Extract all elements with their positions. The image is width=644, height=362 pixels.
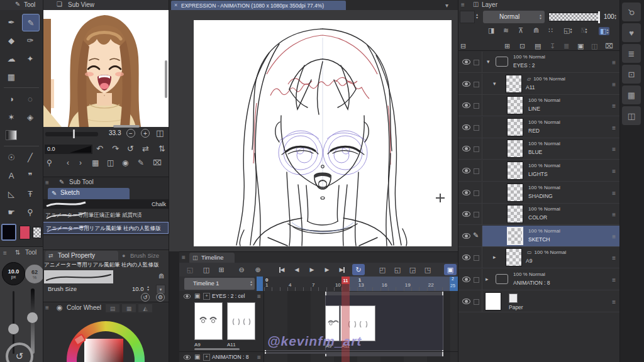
layer-thumbnail[interactable] (507, 96, 523, 114)
layer-checkbox[interactable] (474, 212, 479, 217)
layer-checkbox[interactable] (474, 146, 479, 152)
layer-visible-icon[interactable] (462, 168, 470, 173)
decoration-tool[interactable]: ✦ (22, 50, 38, 67)
new-layer-icon[interactable]: ⊞ (504, 40, 510, 51)
prev-frame-button[interactable]: ◀ (291, 264, 303, 275)
new-timeline-icon[interactable]: ◫ (200, 264, 213, 275)
layer-color-icon[interactable]: ◧▴▾ (599, 27, 609, 35)
timeline-ruler[interactable]: Timeline 1 ▴▾ 011471013161922 2 25 (179, 277, 458, 291)
layer-menu-icon[interactable]: ≡ (612, 211, 616, 218)
new-layer-settings-icon[interactable]: ⊡ (519, 40, 525, 51)
loop-play-button[interactable]: ↻ (352, 264, 365, 275)
lock-icon[interactable]: ⋒ (158, 273, 164, 280)
main-color-swatch[interactable] (1, 224, 16, 241)
layer-visible-icon[interactable] (462, 255, 470, 260)
layer-row[interactable]: 100 % NormalCOLOR≡ (458, 204, 619, 225)
thumb-cel-a9[interactable] (194, 302, 223, 340)
draft-layer-icon[interactable]: ⊼ (518, 27, 523, 34)
opacity-value[interactable]: 100 (604, 13, 614, 20)
subview-zoom-handle[interactable] (73, 129, 75, 138)
track1-menu-icon[interactable]: ≡ (257, 293, 261, 300)
opacity-badge[interactable]: 62 % (25, 265, 44, 283)
layer-visible-icon[interactable] (462, 190, 470, 195)
layer-thumbnail[interactable] (507, 205, 523, 223)
rotate-right-icon[interactable]: ↷ (112, 144, 119, 153)
rotate-left-icon[interactable]: ↶ (96, 144, 103, 153)
layer-thumbnail[interactable] (506, 75, 522, 93)
reset-icon[interactable]: ↺ (141, 293, 150, 302)
reset-rotation-icon[interactable]: ↺ (127, 144, 134, 153)
layer-visible-icon[interactable] (462, 211, 470, 217)
eraser-tool[interactable]: ◆ (3, 32, 19, 48)
subview-vscrollbar[interactable] (165, 60, 167, 98)
subview-hscrollbar[interactable] (113, 125, 140, 128)
delete-layer-icon[interactable]: ⌧ (605, 40, 613, 51)
tab-brush-size[interactable]: ● Brush Size (121, 251, 167, 261)
layer-menu-icon[interactable]: ≡ (612, 81, 616, 88)
timeline-selector[interactable]: Timeline 1 ▴▾ (184, 278, 255, 290)
prev-image-icon[interactable]: ‹ (67, 158, 69, 167)
ruler-show-icon[interactable]: ⍂▴▾ (581, 27, 587, 34)
layer-thumbnail[interactable] (507, 140, 523, 158)
zoom-in-icon[interactable]: ⊕ (252, 264, 264, 275)
subtool-group-tab[interactable]: ✎ Sketch (48, 188, 130, 199)
layer-menu-icon[interactable]: ≡ (612, 277, 616, 283)
opacity-slider-handle[interactable] (27, 312, 38, 323)
layer-row[interactable]: 100 % NormalBLUE≡ (458, 138, 619, 160)
next-image-icon[interactable]: › (79, 158, 82, 167)
timeline-end-marker[interactable]: 2 25 (450, 277, 458, 291)
operation-tool[interactable]: ☉ (3, 149, 19, 165)
list-view-icon[interactable]: ⊟ (460, 40, 466, 51)
play-button[interactable]: ▶ (306, 264, 318, 275)
next-frame-button[interactable]: ▶ (321, 264, 333, 275)
color-wheel-hamburger-icon[interactable]: ≡ (45, 305, 49, 311)
color-set-tab-icon[interactable]: ▦ (122, 304, 136, 312)
go-to-start-button[interactable]: ◀ (275, 264, 288, 275)
palette-button[interactable] (460, 11, 475, 23)
eyedropper-icon[interactable]: ⚲ (47, 158, 52, 167)
layer-visible-icon[interactable] (462, 146, 470, 151)
onion-skin-icon[interactable]: ◲ (406, 264, 419, 275)
zoom-out-button[interactable]: − (126, 129, 135, 138)
settings-icon[interactable]: ⚙ (156, 293, 165, 302)
track2-menu-icon[interactable]: ≡ (257, 354, 261, 361)
subview-image[interactable] (43, 10, 169, 127)
layer-row[interactable]: ▸▭100 % NormalA9≡ (458, 247, 619, 268)
layer-row[interactable]: Paper≡ (458, 291, 619, 312)
timeline-settings-icon[interactable]: ⊞ (215, 264, 228, 275)
pencil-tool[interactable]: ✎ (22, 14, 40, 31)
specify-cel-icon[interactable]: ◱ (391, 264, 404, 275)
ruler-tool[interactable]: Ŧ (22, 185, 38, 202)
flip-horizontal-icon[interactable]: ⇄ (142, 144, 149, 153)
timeline-start-marker[interactable] (257, 277, 263, 291)
layer-thumbnail[interactable] (506, 248, 522, 266)
go-to-end-button[interactable]: ▶ (336, 264, 348, 275)
layer-checkbox[interactable] (474, 103, 479, 109)
expand-chevron-icon[interactable]: ▸ (486, 276, 489, 282)
layer-row[interactable]: ▾100 % NormalEYES : 2≡ (458, 52, 619, 73)
layer-visible-icon[interactable] (462, 124, 470, 130)
new-cel-icon[interactable]: ◰ (376, 264, 389, 275)
layer-row[interactable]: ▾▱100 % NormalA11≡ (458, 74, 619, 95)
timeline-hamburger-icon[interactable]: ≡ (182, 255, 186, 261)
close-icon[interactable]: × (174, 2, 177, 8)
brush-size-value[interactable]: 10.0 (132, 285, 144, 292)
layer-checkbox[interactable] (474, 82, 479, 87)
layer-visible-icon[interactable] (462, 277, 470, 282)
hamburger-icon[interactable]: ≡ (3, 250, 7, 256)
canvas[interactable] (194, 20, 452, 246)
layer-menu-icon[interactable]: ≡ (612, 233, 616, 240)
lock-transparent-icon[interactable]: ∷ (548, 27, 553, 34)
thumb-cel-a11[interactable] (227, 302, 255, 340)
zoom-in-button[interactable]: + (141, 129, 150, 138)
layer-stack-panel-icon[interactable]: ≣ (622, 44, 641, 63)
canvas-tab[interactable]: × EXPRESSION - ANIMATION (1080 x 1080px … (171, 1, 346, 10)
blend-mode-select[interactable]: Normal ▴▾ (483, 11, 545, 23)
brush-tool[interactable]: ✑ (22, 32, 38, 48)
layer-checkbox[interactable] (474, 125, 479, 131)
layer-row[interactable]: 100 % NormalLINE≡ (458, 95, 619, 116)
track2-eye-icon[interactable] (184, 355, 191, 360)
tab-tool-property[interactable]: ⇄ Tool Property (45, 251, 118, 261)
layer-thumbnail[interactable] (507, 162, 523, 180)
tone-panel-icon[interactable]: ▦ (622, 85, 641, 104)
